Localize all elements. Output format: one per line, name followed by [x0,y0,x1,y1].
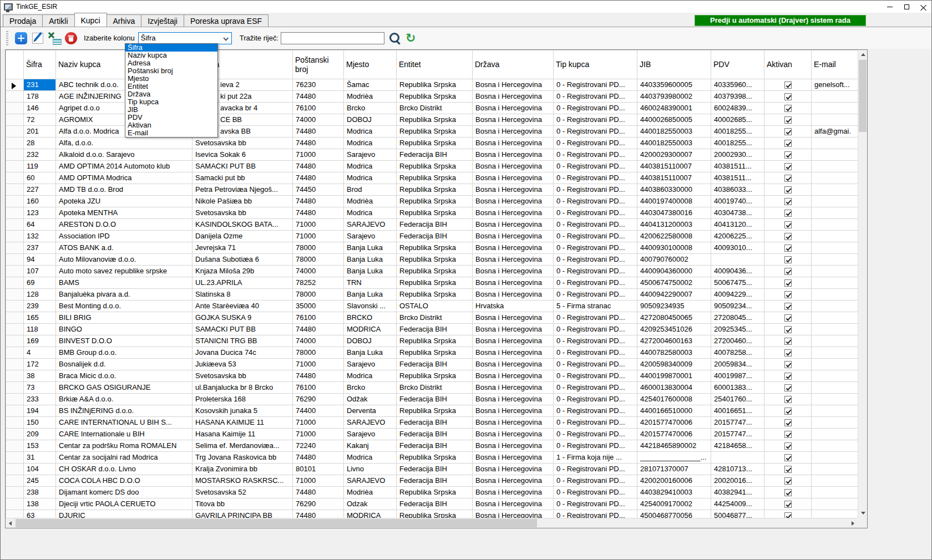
cell-mjesto[interactable]: SARAJEVO [344,219,397,231]
cell-aktivan[interactable] [764,417,812,429]
cell-postanski[interactable]: 78000 [293,289,344,301]
cell-sifra[interactable]: 209 [24,429,56,440]
dropdown-option[interactable]: Adresa [125,59,217,67]
cell-sifra[interactable]: 237 [24,242,56,254]
cell-jib[interactable]: 4403793980002 [637,91,711,103]
cell-mjesto[interactable]: Odžak [344,394,397,405]
cell-pdv[interactable]: 27200460... [711,335,764,347]
cell-email[interactable] [812,487,858,498]
delete-button[interactable] [63,30,79,46]
cell-aktivan[interactable] [764,289,812,301]
cell-pdv[interactable]: 40090436... [711,266,764,277]
cell-pdv[interactable]: 40382941... [711,487,764,498]
cell-drzava[interactable]: Bosna i Hercegovina [473,126,554,138]
cell-postanski[interactable]: 72240 [293,440,344,452]
cell-mjesto[interactable]: SARAJEVO [344,417,397,429]
cell-naziv[interactable]: CARE Internationale u BIH [56,429,193,440]
cell-mjesto[interactable]: Livno [344,464,397,475]
cell-aktivan[interactable] [764,382,812,394]
cell-jib[interactable]: 400790760002 [637,254,711,266]
cell-tip[interactable]: 0 - Registrovani PD... [554,440,637,452]
cell-jib[interactable]: 4400942290007 [637,289,711,301]
horizontal-scroll-thumb[interactable] [16,519,537,527]
cell-pdv[interactable]: 40379398... [711,91,764,103]
active-checkbox[interactable] [784,419,792,426]
tab-izvje-taji[interactable]: Izvještaji [141,14,184,27]
cell-drzava[interactable]: Bosna i Hercegovina [473,114,554,126]
cell-aktivan[interactable] [764,405,812,417]
cell-entitet[interactable]: Federacija BIH [397,219,473,231]
dropdown-option[interactable]: Tip kupca [125,98,217,106]
cell-aktivan[interactable] [764,452,812,464]
cell-postanski[interactable]: 78252 [293,277,344,289]
cell-tip[interactable]: 0 - Registrovani PD... [554,103,637,114]
row-selector[interactable] [6,394,24,405]
active-checkbox[interactable] [784,198,792,205]
cell-sifra[interactable]: 232 [24,149,56,161]
row-selector[interactable] [6,184,24,196]
cell-mjesto[interactable]: Slavonski ... [344,301,397,312]
column-header-mjesto[interactable]: Mjesto [344,50,397,79]
cell-entitet[interactable]: Brcko Distrikt [397,312,473,324]
cell-mjesto[interactable]: Brod [344,184,397,196]
row-selector[interactable] [6,149,24,161]
cell-adresa[interactable]: Nikole Pašiæa bb [193,196,293,207]
cell-mjesto[interactable]: Modrica [344,207,397,219]
cell-drzava[interactable]: Bosna i Hercegovina [473,394,554,405]
cell-aktivan[interactable] [764,114,812,126]
cell-tip[interactable]: 0 - Registrovani PD... [554,196,637,207]
cell-sifra[interactable]: 4 [24,347,56,359]
dropdown-option[interactable]: Mjesto [125,75,217,83]
cell-naziv[interactable]: Centar za podršku Roma ROMALEN [56,440,193,452]
cell-tip[interactable]: 0 - Registrovani PD... [554,161,637,172]
cell-drzava[interactable]: Bosna i Hercegovina [473,79,554,91]
excel-export-button[interactable] [46,30,63,46]
cell-drzava[interactable]: Bosna i Hercegovina [473,242,554,254]
cell-entitet[interactable]: Republika Srpska [397,91,473,103]
cell-sifra[interactable]: 239 [24,301,56,312]
cell-pdv[interactable]: 40093010... [711,242,764,254]
cell-adresa[interactable]: Svetosavska bb [193,207,293,219]
cell-mjesto[interactable]: Modrica [344,161,397,172]
cell-entitet[interactable]: Federacija BIH [397,149,473,161]
row-selector[interactable] [6,219,24,231]
cell-naziv[interactable]: DJURIC [56,510,193,518]
cell-aktivan[interactable] [764,440,812,452]
cell-pdv[interactable] [711,254,764,266]
cell-mjesto[interactable]: Modrica [344,172,397,184]
column-header-jib[interactable]: JIB [637,50,711,79]
active-checkbox[interactable] [784,175,792,182]
cell-tip[interactable]: 0 - Registrovani PD... [554,79,637,91]
cell-drzava[interactable]: Bosna i Hercegovina [473,219,554,231]
cell-pdv[interactable]: 20925345... [711,324,764,335]
cell-entitet[interactable]: Republika Srpska [397,347,473,359]
cell-pdv[interactable]: 40335960... [711,79,764,91]
cell-naziv[interactable]: COCA COLA HBC D.O.O [56,475,193,487]
cell-naziv[interactable]: BRCKO GAS OSIGURANJE [56,382,193,394]
cell-email[interactable] [812,429,858,440]
refresh-icon[interactable]: ↻ [406,32,416,44]
cell-pdv[interactable]: 25401760... [711,394,764,405]
cell-postanski[interactable]: 74480 [293,161,344,172]
driver-mode-button[interactable]: Predji u automatski (Drajver) sistem rad… [695,15,866,26]
cell-pdv[interactable]: 20020016... [711,475,764,487]
cell-aktivan[interactable] [764,464,812,475]
cell-jib[interactable]: 4400182550003 [637,126,711,138]
cell-adresa[interactable]: Knjaza Miloša 29b [193,266,293,277]
cell-mjesto[interactable]: Banja Luka [344,254,397,266]
cell-adresa[interactable]: UL.23.APRILA [193,277,293,289]
cell-pdv[interactable]: 40002685... [711,114,764,126]
cell-sifra[interactable]: 73 [24,382,56,394]
row-selector[interactable] [6,266,24,277]
cell-aktivan[interactable] [764,312,812,324]
cell-aktivan[interactable] [764,242,812,254]
cell-email[interactable] [812,138,858,149]
cell-email[interactable] [812,382,858,394]
cell-naziv[interactable]: Brkiæ A&A d.o.o. [56,394,193,405]
cell-drzava[interactable]: Bosna i Hercegovina [473,405,554,417]
active-checkbox[interactable] [784,454,792,461]
scroll-down-button[interactable] [858,508,868,518]
active-checkbox[interactable] [784,431,792,438]
cell-jib[interactable]: 4200200160006 [637,475,711,487]
cell-adresa[interactable]: Isevica Sokak 6 [193,149,293,161]
